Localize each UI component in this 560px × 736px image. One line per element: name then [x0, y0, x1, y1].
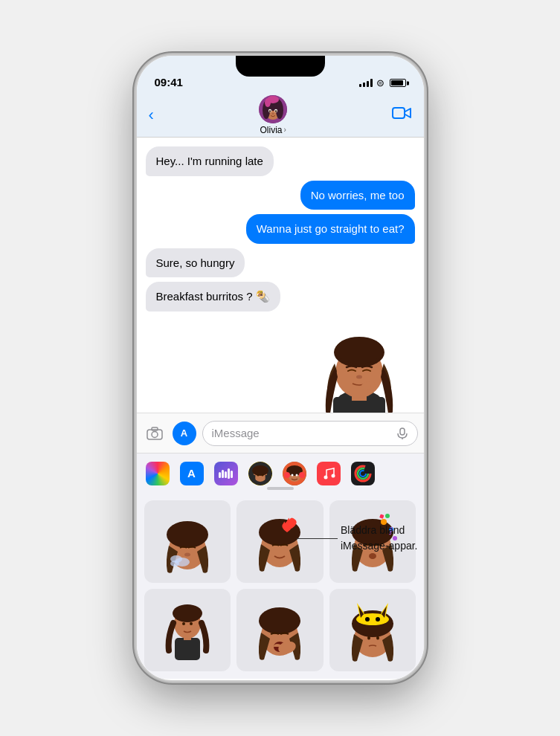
svg-point-34: [252, 465, 268, 476]
svg-point-8: [275, 110, 277, 112]
battery-icon: [390, 79, 406, 87]
svg-rect-24: [152, 427, 158, 430]
svg-point-84: [365, 617, 370, 622]
sticker-item[interactable]: [144, 500, 231, 583]
sticker-item[interactable]: [236, 589, 324, 671]
message-row: Hey... I'm running late: [146, 146, 415, 176]
svg-rect-31: [231, 471, 233, 478]
svg-point-50: [167, 521, 208, 548]
contact-info[interactable]: Olivia ›: [259, 95, 287, 135]
svg-point-54: [184, 552, 190, 556]
svg-rect-28: [222, 470, 224, 478]
tray-appstore-icon[interactable]: A: [180, 462, 204, 485]
svg-point-42: [284, 472, 290, 478]
svg-point-19: [356, 375, 362, 378]
memoji-sticker: [311, 319, 408, 413]
avatar-image: [259, 95, 287, 123]
svg-point-68: [173, 604, 202, 622]
tray-memoji-icon[interactable]: [248, 462, 272, 485]
svg-point-44: [324, 475, 327, 479]
signal-icon: [359, 79, 373, 87]
contact-name: Olivia: [260, 125, 282, 135]
svg-point-70: [190, 622, 193, 625]
status-icons: ⊜: [359, 77, 406, 88]
svg-rect-62: [379, 514, 384, 518]
sticker-item[interactable]: [329, 589, 416, 671]
apps-button[interactable]: A: [173, 422, 196, 445]
svg-point-40: [291, 474, 293, 476]
svg-point-85: [376, 617, 380, 622]
tray-audio-icon[interactable]: [214, 462, 238, 485]
bubble-received: Sure, so hungry: [146, 248, 245, 278]
tray-sticker-icon[interactable]: [283, 462, 306, 485]
annotation-line: [297, 538, 338, 539]
svg-point-11: [265, 98, 271, 107]
svg-point-23: [152, 431, 158, 437]
svg-point-48: [360, 471, 366, 477]
camera-button[interactable]: [143, 422, 167, 445]
sticker-item[interactable]: [144, 589, 231, 671]
svg-point-43: [299, 472, 305, 478]
bubble-received: Breakfast burritos ? 🌯: [146, 282, 280, 311]
svg-rect-65: [175, 638, 200, 660]
phone-frame: 09:41 ⊜ ‹: [135, 54, 425, 682]
svg-point-45: [331, 474, 335, 477]
tray-music-icon[interactable]: [317, 462, 341, 485]
messages-area: Hey... I'm running late No worries, me t…: [137, 138, 424, 413]
svg-point-53: [170, 561, 179, 566]
message-row: Sure, so hungry: [146, 248, 415, 278]
chevron-icon: ›: [283, 126, 286, 134]
video-call-button[interactable]: [392, 106, 411, 125]
avatar: [259, 95, 287, 123]
tray-activity-icon[interactable]: [351, 462, 375, 485]
svg-point-36: [261, 474, 263, 476]
input-placeholder: iMessage: [212, 427, 260, 439]
svg-point-35: [257, 474, 259, 476]
sticker-panel: [137, 493, 424, 679]
message-input[interactable]: iMessage: [202, 421, 418, 446]
message-row: Breakfast burritos ? 🌯: [146, 282, 415, 311]
svg-rect-12: [393, 108, 405, 118]
svg-rect-25: [400, 428, 405, 435]
svg-point-9: [272, 113, 274, 114]
notch: [236, 56, 325, 77]
back-button[interactable]: ‹: [149, 106, 154, 125]
nav-bar: ‹: [137, 93, 424, 138]
input-bar: A iMessage: [137, 413, 424, 453]
svg-rect-27: [219, 472, 221, 478]
bubble-sent: No worries, me too: [300, 181, 415, 210]
svg-point-72: [259, 607, 300, 634]
tray-photos-icon[interactable]: [146, 462, 170, 485]
svg-point-61: [385, 514, 390, 518]
annotation: Bläddra bland iMessage-appar.: [297, 523, 418, 554]
message-row: No worries, me too: [146, 181, 415, 210]
svg-point-18: [335, 337, 383, 364]
drag-handle: [267, 487, 294, 490]
bubble-received: Hey... I'm running late: [146, 146, 274, 176]
svg-point-69: [182, 622, 185, 625]
status-time: 09:41: [155, 76, 183, 88]
svg-point-7: [269, 110, 271, 112]
memoji-sticker-area: [146, 319, 415, 413]
annotation-text-line2: iMessage-appar.: [341, 538, 418, 554]
svg-point-41: [295, 474, 297, 476]
bubble-sent: Wanna just go straight to eat?: [246, 214, 415, 244]
app-tray: A: [137, 453, 424, 493]
microphone-icon: [396, 427, 408, 439]
annotation-text-line1: Bläddra bland: [341, 523, 418, 538]
wifi-icon: ⊜: [376, 77, 384, 88]
svg-rect-29: [225, 471, 227, 478]
svg-rect-30: [228, 468, 230, 479]
svg-point-77: [367, 636, 370, 639]
svg-point-78: [376, 636, 379, 639]
message-row: Wanna just go straight to eat?: [146, 214, 415, 244]
